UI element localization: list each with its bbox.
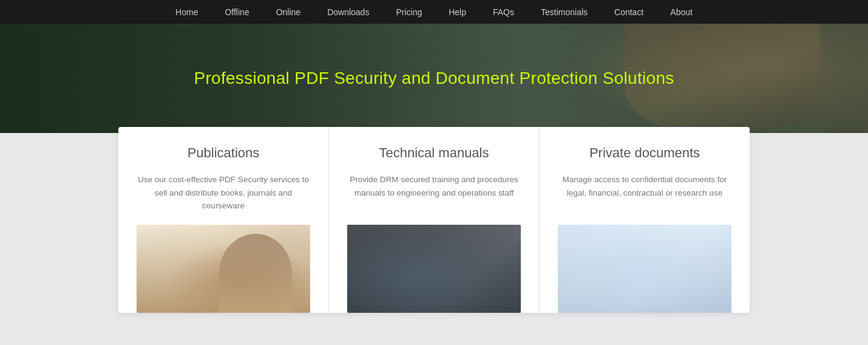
card-technical-manuals: Technical manuals Provide DRM secured tr… xyxy=(329,127,540,313)
card-publications: Publications Use our cost-effective PDF … xyxy=(118,127,329,313)
cards-wrapper: Publications Use our cost-effective PDF … xyxy=(118,127,750,313)
nav-downloads[interactable]: Downloads xyxy=(314,0,382,24)
nav-home[interactable]: Home xyxy=(162,0,211,24)
nav-testimonials[interactable]: Testimonials xyxy=(527,0,601,24)
card-publications-image xyxy=(137,225,310,313)
main-navigation: Home Offline Online Downloads Pricing He… xyxy=(0,0,868,24)
nav-help[interactable]: Help xyxy=(435,0,480,24)
card-technical-manuals-title: Technical manuals xyxy=(379,145,489,161)
card-private-documents-title: Private documents xyxy=(589,145,700,161)
card-private-documents-image xyxy=(558,225,731,313)
cards-section: Publications Use our cost-effective PDF … xyxy=(0,133,868,345)
hero-section: Professional PDF Security and Document P… xyxy=(0,24,868,133)
card-private-documents-description: Manage access to confidential documents … xyxy=(558,173,731,199)
nav-online[interactable]: Online xyxy=(263,0,314,24)
nav-faqs[interactable]: FAQs xyxy=(480,0,527,24)
card-publications-description: Use our cost-effective PDF Security serv… xyxy=(137,173,310,213)
nav-pricing[interactable]: Pricing xyxy=(382,0,435,24)
nav-about[interactable]: About xyxy=(657,0,706,24)
nav-offline[interactable]: Offline xyxy=(211,0,262,24)
card-technical-manuals-image xyxy=(347,225,521,313)
card-technical-manuals-description: Provide DRM secured training and procedu… xyxy=(347,173,521,199)
card-publications-title: Publications xyxy=(188,145,260,161)
nav-contact[interactable]: Contact xyxy=(601,0,657,24)
card-private-documents: Private documents Manage access to confi… xyxy=(540,127,750,313)
hero-title: Professional PDF Security and Document P… xyxy=(169,69,698,88)
